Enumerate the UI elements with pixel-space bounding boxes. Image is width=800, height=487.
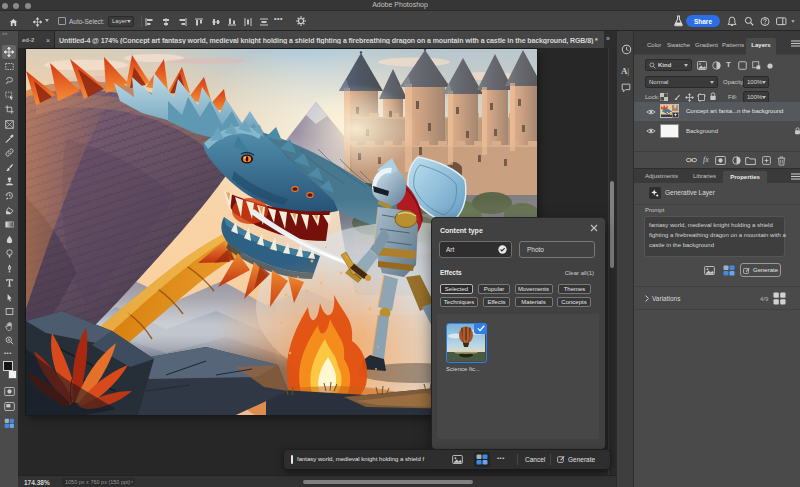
layer-filter-dropdown[interactable]: Kind: [645, 59, 692, 71]
clear-all-link[interactable]: Clear all(1): [565, 270, 594, 276]
tool-brush[interactable]: [5, 163, 14, 172]
tool-frame[interactable]: [5, 120, 14, 129]
layer-style-fx-icon[interactable]: fx: [703, 155, 709, 164]
content-type-art-button[interactable]: Art: [439, 241, 512, 258]
tab-swatches[interactable]: Swatche: [667, 42, 690, 48]
taskbar-generate-icon[interactable]: [557, 455, 565, 463]
filter-smart-objects-icon[interactable]: [752, 61, 761, 70]
chip-concepts[interactable]: Concepts: [557, 297, 591, 307]
prompt-textarea[interactable]: fantasy world, medieval knight holding a…: [644, 216, 785, 257]
align-left-edges-icon[interactable]: [145, 18, 153, 26]
distribute-horizontal-icon[interactable]: [244, 18, 252, 26]
lock-artboard-icon[interactable]: [697, 93, 706, 102]
content-type-photo-button[interactable]: Photo: [519, 241, 595, 258]
taskbar-grip-handle[interactable]: [291, 455, 293, 464]
opacity-dropdown[interactable]: 100%: [743, 76, 769, 88]
tab-overflow-chevron[interactable]: »: [606, 35, 610, 42]
taskbar-image-icon[interactable]: [452, 455, 463, 464]
align-bottom-edges-icon[interactable]: [228, 18, 236, 26]
variations-row[interactable]: Variations 4/9: [634, 286, 800, 310]
generate-similar-icon[interactable]: [723, 265, 735, 276]
tab-patterns[interactable]: Patterns: [722, 42, 744, 48]
taskbar-cancel-button[interactable]: Cancel: [525, 456, 545, 463]
delete-layer-trash-icon[interactable]: [777, 156, 786, 166]
new-layer-icon[interactable]: [762, 156, 771, 165]
beta-flask-icon[interactable]: [673, 15, 684, 27]
workspace-switcher-icon[interactable]: [776, 17, 787, 26]
toolbar-collapse-chevrons[interactable]: »»: [2, 30, 8, 36]
filter-pixel-layers-icon[interactable]: [697, 61, 707, 70]
layers-panel-menu-icon[interactable]: [791, 40, 800, 47]
filter-shape-layers-icon[interactable]: [738, 61, 747, 70]
tool-rectangular-marquee[interactable]: [5, 62, 14, 71]
lock-pixels-icon[interactable]: [673, 93, 681, 102]
character-panel-icon[interactable]: A|: [621, 66, 629, 76]
layer-thumbnail-background[interactable]: [660, 124, 679, 138]
adjustment-layer-icon[interactable]: [732, 156, 741, 165]
tool-object-selection[interactable]: [5, 91, 14, 100]
vertical-scrollbar-thumb[interactable]: [610, 181, 614, 268]
tab-color[interactable]: Color: [647, 42, 661, 48]
tool-move[interactable]: [2, 45, 16, 59]
search-icon[interactable]: [744, 16, 754, 27]
add-mask-icon[interactable]: [715, 156, 726, 165]
tab-previous-document[interactable]: ed-2 ×: [18, 31, 55, 48]
edit-toolbar-icon[interactable]: •••: [4, 350, 12, 356]
taskbar-prompt-input[interactable]: fantasy world, medieval knight holding a…: [297, 456, 424, 462]
horizontal-scrollbar-thumb[interactable]: [303, 480, 473, 484]
variations-grid-icon[interactable]: [773, 292, 786, 305]
taskbar-similar-tile[interactable]: [474, 452, 490, 467]
tool-history-brush[interactable]: [5, 191, 14, 200]
chip-movements[interactable]: Movements: [515, 284, 553, 294]
layer-visibility-eye-icon[interactable]: [646, 108, 656, 116]
tool-blur[interactable]: [5, 235, 14, 244]
tab-active-document[interactable]: Untitled-4 @ 174% (Concept art fantasy w…: [55, 31, 604, 48]
layer-row-background[interactable]: Background: [634, 122, 800, 141]
lock-transparent-icon[interactable]: [660, 93, 668, 101]
link-layers-icon[interactable]: [686, 157, 697, 163]
workspace-gear-icon[interactable]: [296, 16, 306, 26]
status-zoom-level[interactable]: 174.38%: [24, 479, 50, 486]
chip-selected[interactable]: Selected: [440, 284, 473, 294]
tool-rectangle[interactable]: [5, 307, 14, 316]
tool-gradient[interactable]: [5, 220, 14, 229]
tool-hand[interactable]: [5, 322, 14, 331]
workspace-switcher-chevron-icon[interactable]: [791, 20, 794, 22]
history-panel-icon[interactable]: [621, 44, 632, 55]
tab-adjustments[interactable]: Adjustments: [645, 173, 678, 179]
generative-badge-icon[interactable]: [4, 418, 15, 429]
background-color-swatch[interactable]: [8, 370, 17, 379]
properties-panel-menu-icon[interactable]: [791, 173, 800, 180]
align-horizontal-centers-icon[interactable]: [162, 18, 170, 26]
taskbar-generate-button[interactable]: Generate: [568, 456, 595, 463]
blend-mode-dropdown[interactable]: Normal: [645, 76, 718, 88]
tool-type[interactable]: [5, 278, 14, 287]
quick-mask-icon[interactable]: [4, 387, 15, 396]
chip-themes[interactable]: Themes: [558, 284, 591, 294]
more-align-options-icon[interactable]: •••: [274, 15, 283, 22]
reference-image-icon[interactable]: [704, 266, 715, 275]
tool-eraser[interactable]: [5, 206, 14, 215]
chip-materials[interactable]: Materials: [515, 297, 553, 307]
tool-clone-stamp[interactable]: [5, 177, 14, 186]
layer-row-selected[interactable]: Concept art fanta...n the background: [634, 102, 800, 121]
tool-zoom[interactable]: [5, 336, 14, 345]
tab-gradient[interactable]: Gradient: [695, 42, 718, 48]
tab-libraries[interactable]: Libraries: [693, 173, 716, 179]
filter-adjustment-layers-icon[interactable]: [712, 61, 721, 70]
help-icon[interactable]: [760, 16, 770, 27]
align-vertical-centers-icon[interactable]: [212, 18, 220, 26]
chip-effects[interactable]: Effects: [483, 297, 510, 307]
taskbar-more-icon[interactable]: •••: [497, 455, 505, 461]
distribute-vertical-icon[interactable]: [260, 18, 268, 26]
tool-pen[interactable]: [5, 264, 14, 273]
tool-crop[interactable]: [5, 105, 14, 114]
tool-preset-chevron-icon[interactable]: [45, 19, 49, 22]
foreground-color-swatch[interactable]: [3, 361, 13, 371]
tool-eyedropper[interactable]: [5, 134, 14, 143]
notifications-bell-icon[interactable]: [727, 16, 737, 27]
filter-smart-dot-icon[interactable]: [767, 63, 773, 69]
tool-dodge[interactable]: [5, 249, 14, 258]
share-button[interactable]: Share: [686, 15, 720, 27]
tool-spot-healing-brush[interactable]: [5, 148, 14, 157]
